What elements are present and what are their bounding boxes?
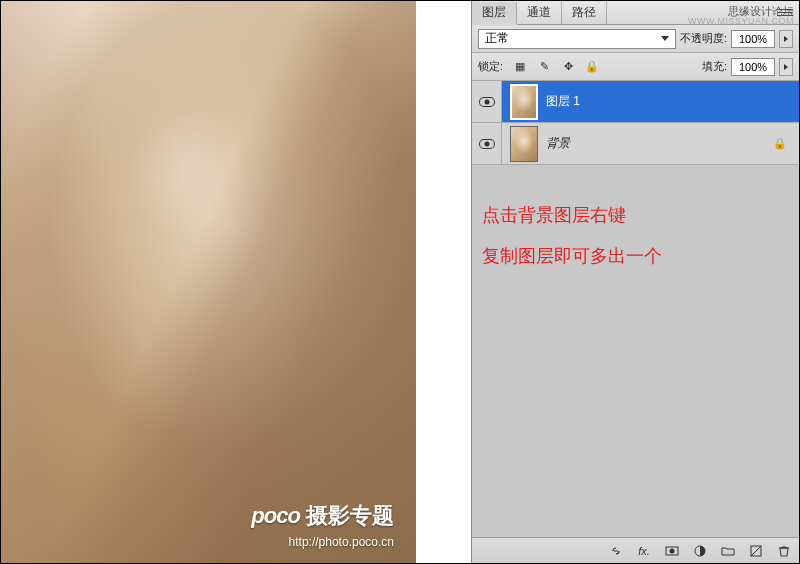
mask-icon[interactable]	[663, 542, 681, 560]
lock-move-icon[interactable]: ✥	[559, 58, 577, 76]
visibility-toggle-bg[interactable]	[472, 123, 502, 164]
main-container: poco 摄影专题 http://photo.poco.cn 图层 通道 路径 …	[0, 0, 800, 564]
lock-transparent-icon[interactable]: ▦	[511, 58, 529, 76]
fill-label: 填充:	[702, 59, 727, 74]
watermark-prefix: poco	[251, 503, 300, 528]
watermark-suffix: 摄影专题	[306, 503, 394, 528]
branding-url: WWW.MISSYUAN.COM	[688, 17, 794, 26]
blend-opacity-row: 正常 不透明度: 100%	[472, 25, 799, 53]
branding-watermark: 思缘设计论坛 WWW.MISSYUAN.COM	[688, 6, 794, 26]
photo-watermark-url: http://photo.poco.cn	[289, 535, 394, 549]
gap	[416, 1, 471, 563]
tab-paths[interactable]: 路径	[562, 1, 607, 24]
new-layer-icon[interactable]	[747, 542, 765, 560]
lock-fill-row: 锁定: ▦ ✎ ✥ 🔒 填充: 100%	[472, 53, 799, 81]
link-layers-icon[interactable]	[607, 542, 625, 560]
opacity-label: 不透明度:	[680, 31, 727, 46]
lock-brush-icon[interactable]: ✎	[535, 58, 553, 76]
opacity-input[interactable]: 100%	[731, 30, 775, 48]
dropdown-arrow-icon	[661, 36, 669, 41]
layer-thumbnail-bg[interactable]	[510, 126, 538, 162]
svg-point-1	[670, 548, 675, 553]
lock-all-icon[interactable]: 🔒	[583, 58, 601, 76]
layer-row-1[interactable]: 图层 1	[472, 81, 799, 123]
layers-list: 图层 1 背景 🔒 点击背景图层右键 复制图层即可多出一个	[472, 81, 799, 537]
tab-channels[interactable]: 通道	[517, 1, 562, 24]
layer-row-background[interactable]: 背景 🔒	[472, 123, 799, 165]
photo-preview: poco 摄影专题 http://photo.poco.cn	[1, 1, 416, 563]
fx-icon[interactable]: fx.	[635, 542, 653, 560]
panel-footer: fx.	[472, 537, 799, 563]
lock-icons-group: ▦ ✎ ✥ 🔒	[511, 58, 601, 76]
fill-slider-button[interactable]	[779, 58, 793, 76]
tab-layers[interactable]: 图层	[472, 2, 517, 25]
layer-name-bg: 背景	[546, 135, 570, 152]
opacity-slider-button[interactable]	[779, 30, 793, 48]
instructions-overlay: 点击背景图层右键 复制图层即可多出一个	[482, 195, 789, 278]
instruction-line1: 点击背景图层右键	[482, 195, 789, 236]
eye-icon	[479, 97, 495, 107]
adjustment-icon[interactable]	[691, 542, 709, 560]
eye-icon	[479, 139, 495, 149]
visibility-toggle-1[interactable]	[472, 81, 502, 122]
photo-watermark-main: poco 摄影专题	[251, 501, 394, 531]
lock-indicator-icon: 🔒	[773, 137, 787, 150]
blend-mode-dropdown[interactable]: 正常	[478, 29, 676, 49]
instruction-line2: 复制图层即可多出一个	[482, 236, 789, 277]
trash-icon[interactable]	[775, 542, 793, 560]
layer-name-1: 图层 1	[546, 93, 580, 110]
layer-thumbnail-1[interactable]	[510, 84, 538, 120]
layers-panel: 图层 通道 路径 正常 不透明度: 100% 锁定: ▦ ✎ ✥	[471, 1, 799, 563]
photo-hair	[1, 1, 416, 563]
folder-icon[interactable]	[719, 542, 737, 560]
blend-mode-value: 正常	[485, 30, 509, 47]
lock-label: 锁定:	[478, 59, 503, 74]
fill-input[interactable]: 100%	[731, 58, 775, 76]
